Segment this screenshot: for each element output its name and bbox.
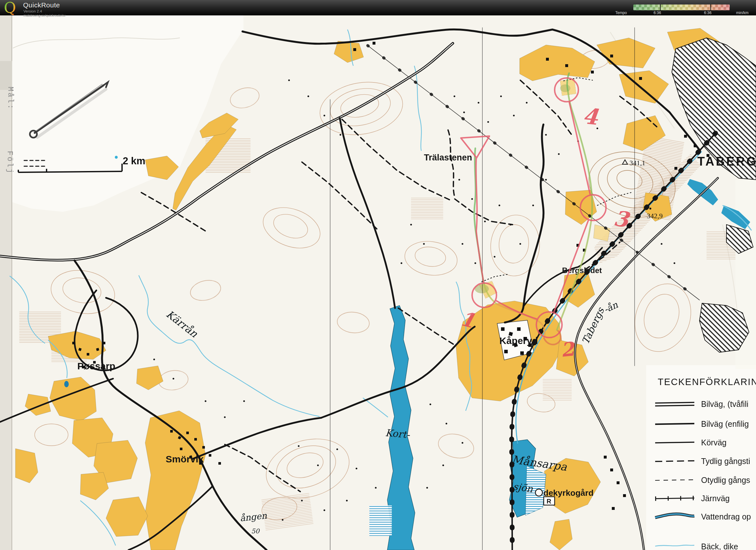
legend-item-label: Bäck, dike [701, 542, 738, 550]
svg-text:Q: Q [4, 0, 16, 15]
tempo-tick-value-2: 6:36 [704, 11, 711, 15]
label-spot-341: 341,1 [629, 159, 646, 167]
legend-item-label: Bilväg (enfilig [701, 419, 749, 428]
label-odekyrkogard: dekyrkogård [543, 488, 593, 498]
label-smorvik: Smörvik [166, 454, 204, 464]
app-version: Version 2.4 [23, 9, 42, 13]
app-title: QuickRoute [23, 1, 60, 9]
legend-item-label: Otydlig gångs [701, 476, 750, 484]
label-spot-342: 342,9 [647, 212, 663, 220]
margin-note-folj: Följ [5, 151, 14, 175]
map-canvas[interactable]: Trälastenen TABERG Bergsledet Kåperyd Pø… [0, 15, 756, 550]
app-url: matstroeng.se/quickroute/sv [23, 13, 66, 17]
legend-item-label: Bilväg, (tvåfili [701, 399, 748, 408]
legend-item-label: Järnväg [701, 494, 730, 503]
label-ruin-r: R [547, 498, 551, 505]
quickroute-window: Q QuickRoute Version 2.4 matstroeng.se/q… [0, 0, 756, 550]
header-bar: Q QuickRoute Version 2.4 matstroeng.se/q… [0, 0, 756, 15]
label-kaperyd: Kåperyd [499, 335, 538, 346]
quickroute-logo-icon: Q [2, 0, 19, 15]
tempo-tick-mark-2 [710, 4, 711, 10]
label-taberg: TABERG [697, 155, 756, 168]
legend-item-label: Körväg [701, 438, 726, 447]
tempo-tick-value-1: 6:36 [654, 11, 661, 15]
legend-symbol-thick-line [655, 423, 694, 424]
tempo-tick-mark-1 [660, 4, 661, 10]
label-kort: Kort- [385, 427, 411, 441]
legend-symbol-line [655, 442, 694, 443]
scale-label: 2 km [123, 155, 145, 167]
tempo-gradient-bar [633, 4, 730, 10]
legend-item-label: Tydlig gångsti [701, 457, 750, 466]
legend-symbol-railway [655, 498, 694, 499]
legend-item-label: Vattendrag op [701, 512, 751, 521]
odekyrkogard-symbol [535, 489, 542, 496]
tempo-label: Tempo [615, 11, 627, 15]
label-tralastenen: Trälastenen [424, 153, 472, 162]
label-angen-50: 50 [251, 527, 260, 535]
tempo-unit: min/km [736, 11, 749, 15]
legend-title: TECKENFÖRKLARING [658, 377, 756, 387]
label-possarp: Pøssarp [77, 361, 115, 371]
margin-note-mal: Mål: [6, 87, 15, 110]
